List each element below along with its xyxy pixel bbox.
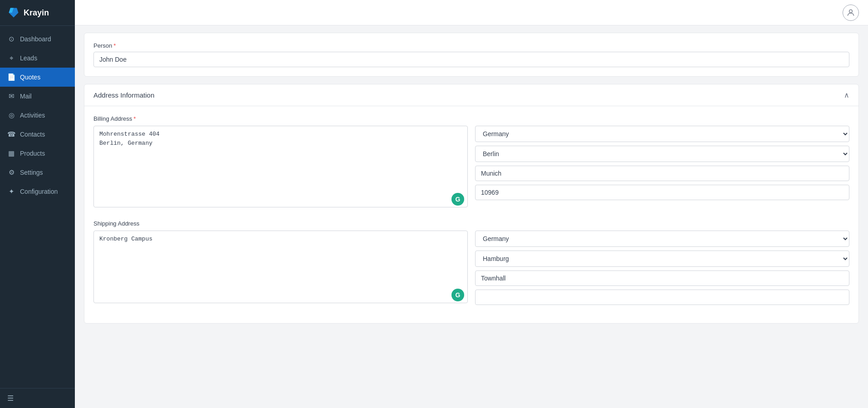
- shipping-country-select[interactable]: Germany France USA UK: [475, 231, 849, 247]
- svg-point-2: [849, 10, 853, 13]
- logo-area: Krayin: [0, 0, 75, 26]
- shipping-postal-input[interactable]: [475, 290, 849, 305]
- address-section: Address Information ∧ Billing Address * …: [84, 84, 859, 324]
- shipping-address-grid: Kronberg Campus G Germany France USA UK: [93, 231, 849, 305]
- sidebar-collapse-icon[interactable]: ☰: [7, 394, 14, 402]
- sidebar-item-label-contacts: Contacts: [20, 131, 45, 138]
- grammarly-button-shipping[interactable]: G: [451, 289, 464, 301]
- sidebar: Krayin ⊙ Dashboard ⌖ Leads 📄 Quotes ✉ Ma…: [0, 0, 75, 408]
- topbar: [75, 0, 868, 25]
- sidebar-item-mail[interactable]: ✉ Mail: [0, 87, 75, 106]
- billing-address-right: Germany France USA UK Berlin Hamburg Mun…: [475, 126, 849, 209]
- person-required-star: *: [113, 42, 116, 49]
- sidebar-item-label-activities: Activities: [20, 112, 45, 119]
- billing-country-select[interactable]: Germany France USA UK: [475, 126, 849, 142]
- address-section-title: Address Information: [93, 91, 154, 99]
- billing-postal-input[interactable]: [475, 185, 849, 200]
- dashboard-icon: ⊙: [7, 35, 15, 43]
- quotes-icon: 📄: [7, 73, 15, 81]
- shipping-address-left: Kronberg Campus G: [93, 231, 468, 305]
- shipping-address-textarea[interactable]: Kronberg Campus: [93, 231, 468, 303]
- sidebar-item-label-mail: Mail: [20, 93, 32, 100]
- sidebar-item-products[interactable]: ▦ Products: [0, 144, 75, 163]
- leads-icon: ⌖: [7, 54, 15, 62]
- sidebar-item-label-products: Products: [20, 150, 45, 157]
- billing-city-input[interactable]: [475, 166, 849, 181]
- billing-address-textarea[interactable]: Mohrenstrasse 404 Berlin, Germany: [93, 126, 468, 207]
- person-card: Person *: [84, 33, 859, 77]
- activities-icon: ◎: [7, 111, 15, 119]
- contacts-icon: ☎: [7, 130, 15, 138]
- sidebar-item-label-leads: Leads: [20, 54, 37, 62]
- sidebar-item-label-dashboard: Dashboard: [20, 35, 51, 43]
- settings-icon: ⚙: [7, 168, 15, 177]
- address-form-body: Billing Address * Mohrenstrasse 404 Berl…: [84, 106, 858, 323]
- sidebar-bottom: ☰: [0, 388, 75, 408]
- billing-address-grid: Mohrenstrasse 404 Berlin, Germany G Germ…: [93, 126, 849, 209]
- sidebar-item-activities[interactable]: ◎ Activities: [0, 106, 75, 125]
- sidebar-item-contacts[interactable]: ☎ Contacts: [0, 125, 75, 144]
- shipping-city-input[interactable]: [475, 270, 849, 286]
- mail-icon: ✉: [7, 92, 15, 100]
- sidebar-item-label-quotes: Quotes: [20, 74, 40, 81]
- billing-required-star: *: [133, 115, 136, 122]
- shipping-address-right: Germany France USA UK Hamburg Berlin Mun…: [475, 231, 849, 305]
- logo-text: Krayin: [24, 8, 49, 18]
- shipping-address-label: Shipping Address: [93, 220, 849, 227]
- sidebar-nav: ⊙ Dashboard ⌖ Leads 📄 Quotes ✉ Mail ◎ Ac…: [0, 26, 75, 388]
- sidebar-item-settings[interactable]: ⚙ Settings: [0, 163, 75, 182]
- main-area: Person * Address Information ∧ Billing A…: [75, 0, 868, 408]
- billing-state-select[interactable]: Berlin Hamburg Munich Bavaria: [475, 146, 849, 162]
- person-label: Person *: [93, 42, 849, 49]
- address-section-header: Address Information ∧: [84, 84, 858, 106]
- krayin-logo-icon: [7, 6, 20, 19]
- configuration-icon: ✦: [7, 187, 15, 196]
- sidebar-item-quotes[interactable]: 📄 Quotes: [0, 68, 75, 87]
- sidebar-item-configuration[interactable]: ✦ Configuration: [0, 182, 75, 201]
- person-input[interactable]: [93, 52, 849, 67]
- sidebar-item-label-settings: Settings: [20, 169, 43, 176]
- content-area: Person * Address Information ∧ Billing A…: [75, 25, 868, 408]
- user-avatar[interactable]: [843, 5, 859, 21]
- sidebar-item-label-configuration: Configuration: [20, 188, 58, 195]
- products-icon: ▦: [7, 149, 15, 157]
- address-collapse-button[interactable]: ∧: [844, 91, 849, 99]
- grammarly-button-billing[interactable]: G: [451, 193, 464, 206]
- sidebar-item-dashboard[interactable]: ⊙ Dashboard: [0, 29, 75, 49]
- shipping-state-select[interactable]: Hamburg Berlin Munich Bavaria: [475, 251, 849, 267]
- billing-address-label: Billing Address *: [93, 115, 849, 122]
- sidebar-item-leads[interactable]: ⌖ Leads: [0, 49, 75, 68]
- billing-address-left: Mohrenstrasse 404 Berlin, Germany G: [93, 126, 468, 209]
